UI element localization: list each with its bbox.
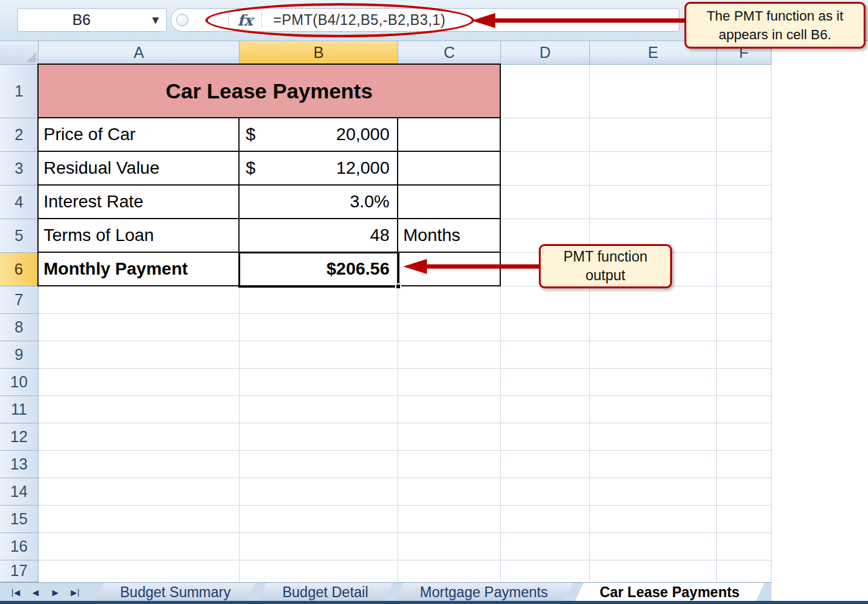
gridline — [716, 65, 717, 582]
cell-C5[interactable]: Months — [398, 219, 501, 253]
insert-function-icon[interactable]: fx — [231, 11, 259, 29]
cell-A5[interactable]: Terms of Loan — [39, 219, 240, 253]
row-header-11[interactable]: 11 — [0, 396, 39, 423]
sheet-tabs: Budget SummaryBudget DetailMortgage Paym… — [93, 583, 765, 602]
sheet-tab-budget-detail[interactable]: Budget Detail — [258, 583, 393, 602]
gridline — [589, 65, 590, 582]
select-all-triangle-icon — [26, 52, 36, 62]
currency-symbol: $ — [246, 158, 256, 178]
last-sheet-button[interactable]: ▶| — [67, 585, 83, 599]
gridline — [39, 313, 772, 314]
cell-value: 48 — [370, 225, 390, 245]
column-header-C[interactable]: C — [398, 41, 501, 65]
currency-symbol: $ — [246, 125, 256, 144]
gridline — [39, 423, 772, 423]
row-header-6[interactable]: 6 — [0, 253, 39, 286]
cell-A6[interactable]: Monthly Payment — [39, 253, 240, 286]
formula-bar[interactable]: fx =PMT(B4/12,B5,-B2,B3,1) — [170, 8, 679, 32]
name-box[interactable]: B6 ▼ — [17, 8, 167, 32]
excel-window: B6 ▼ fx =PMT(B4/12,B5,-B2,B3,1) The PMT … — [0, 0, 868, 604]
prev-sheet-button[interactable]: ◀ — [27, 585, 44, 599]
cell-B5[interactable]: 48 — [240, 219, 398, 253]
first-sheet-button[interactable]: |◀ — [7, 585, 24, 599]
window-bottom-edge — [0, 601, 868, 604]
selection-border-B6 — [238, 252, 399, 288]
cell-B2[interactable]: $ 20,000 — [240, 118, 398, 152]
row-header-4[interactable]: 4 — [0, 186, 39, 219]
sheet-tab-budget-summary[interactable]: Budget Summary — [95, 583, 256, 602]
formula-input[interactable]: =PMT(B4/12,B5,-B2,B3,1) — [273, 12, 446, 29]
row-header-13[interactable]: 13 — [0, 451, 39, 478]
row-header-14[interactable]: 14 — [0, 478, 39, 506]
row-header-2[interactable]: 2 — [0, 118, 39, 152]
gridline — [39, 450, 772, 451]
output-callout: PMT function output — [539, 244, 672, 288]
row-header-7[interactable]: 7 — [0, 286, 39, 314]
sheet-tab-mortgage-payments[interactable]: Mortgage Payments — [395, 583, 573, 602]
cell-C2[interactable] — [398, 118, 501, 152]
sheet-nav-buttons: |◀◀▶▶| — [0, 583, 91, 602]
cell-value: 12,000 — [336, 158, 390, 178]
gridline — [39, 478, 772, 478]
gridline — [39, 505, 772, 506]
cell-B3[interactable]: $ 12,000 — [240, 152, 398, 186]
row-header-15[interactable]: 15 — [0, 506, 39, 533]
formula-bar-divider-button[interactable] — [176, 14, 189, 26]
cell-B4[interactable]: 3.0% — [240, 186, 398, 219]
gridline — [39, 395, 772, 396]
cell-C3[interactable] — [398, 152, 501, 186]
cell-value: 3.0% — [350, 192, 390, 212]
name-box-dropdown-icon[interactable]: ▼ — [145, 15, 166, 25]
gridline — [771, 65, 772, 582]
row-header-12[interactable]: 12 — [0, 423, 39, 451]
cell-A1-title[interactable]: Car Lease Payments — [39, 65, 501, 118]
select-all-corner[interactable] — [0, 41, 39, 65]
cell-C4[interactable] — [398, 186, 501, 219]
row-header-1[interactable]: 1 — [0, 65, 39, 118]
gridline — [39, 368, 772, 369]
sheet-tab-bar: |◀◀▶▶| Budget SummaryBudget DetailMortga… — [0, 582, 772, 602]
formula-callout-text: The PMT function as it appears in cell B… — [694, 7, 856, 43]
cell-A2[interactable]: Price of Car — [39, 118, 240, 152]
row-header-8[interactable]: 8 — [0, 314, 39, 341]
row-header-9[interactable]: 9 — [0, 341, 39, 369]
row-header-5[interactable]: 5 — [0, 219, 39, 253]
cell-A3[interactable]: Residual Value — [39, 152, 240, 186]
gridline — [39, 341, 772, 341]
output-callout-text: PMT function output — [549, 248, 661, 285]
row-header-16[interactable]: 16 — [0, 533, 39, 560]
column-header-B[interactable]: B — [240, 41, 398, 65]
gridline — [39, 532, 772, 533]
divider — [261, 12, 262, 28]
divider — [228, 12, 229, 28]
cell-value: 20,000 — [336, 125, 390, 144]
name-box-value: B6 — [18, 11, 145, 29]
row-header-3[interactable]: 3 — [0, 152, 39, 186]
formula-callout: The PMT function as it appears in cell B… — [684, 2, 866, 49]
cell-C6[interactable] — [398, 253, 501, 286]
column-header-D[interactable]: D — [501, 41, 590, 65]
row-header-10[interactable]: 10 — [0, 369, 39, 396]
sheet-tab-car-lease-payments[interactable]: Car Lease Payments — [575, 583, 765, 602]
cell-A4[interactable]: Interest Rate — [39, 186, 240, 219]
next-sheet-button[interactable]: ▶ — [47, 585, 63, 599]
column-headers: ABCDEF — [0, 41, 772, 65]
row-header-17[interactable]: 17 — [0, 560, 39, 582]
fill-handle[interactable] — [395, 283, 401, 290]
row-headers: 1234567891011121314151617 — [0, 65, 39, 582]
column-header-A[interactable]: A — [39, 41, 240, 65]
gridline — [39, 560, 772, 560]
